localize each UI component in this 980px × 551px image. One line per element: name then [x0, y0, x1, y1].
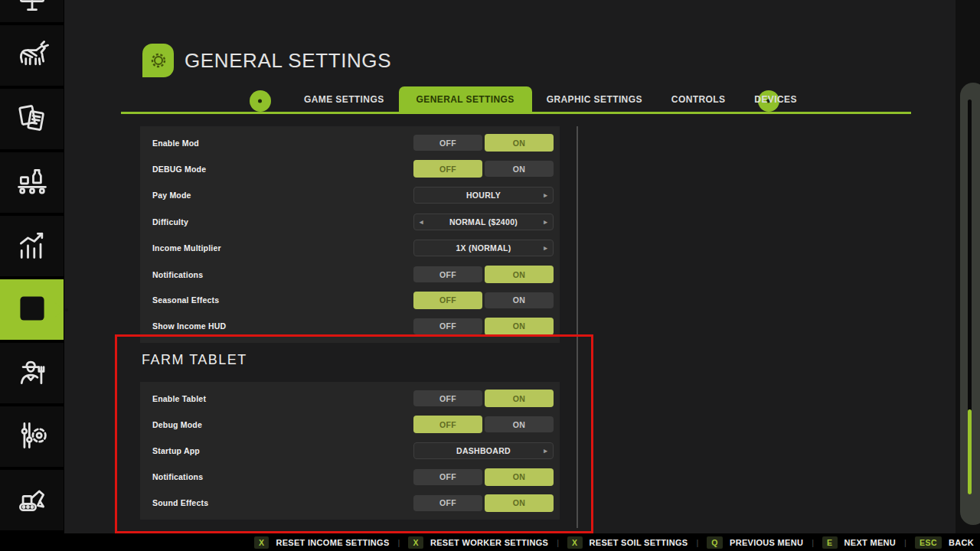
toggle-on-button[interactable]: ON: [485, 134, 554, 152]
footer-action-reset-worker-settings[interactable]: XRESET WORKER SETTINGS: [408, 536, 548, 549]
setting-label: Seasonal Effects: [152, 295, 219, 305]
footer-action-back[interactable]: ESCBACK: [915, 536, 974, 549]
toggle-off-button[interactable]: OFF: [413, 469, 482, 485]
tab-graphic-settings[interactable]: GRAPHIC SETTINGS: [532, 86, 657, 112]
production-icon: [15, 165, 49, 201]
select-value: 1X (NORMAL): [456, 243, 511, 253]
tab-bar: GAME SETTINGSGENERAL SETTINGSGRAPHIC SET…: [289, 86, 812, 112]
tab-general-settings[interactable]: GENERAL SETTINGS: [399, 86, 532, 112]
sidebar-item-farmer[interactable]: [0, 343, 64, 403]
sidebar-item-monitor[interactable]: [0, 0, 64, 22]
select-right-arrow-icon[interactable]: ▸: [544, 218, 547, 226]
tab-devices[interactable]: DEVICES: [740, 86, 811, 112]
toggle-on-button[interactable]: ON: [485, 292, 554, 308]
setting-row-sound-effects: Sound EffectsOFFON: [140, 495, 560, 511]
general-settings-screen: GENERAL SETTINGS GAME SETTINGSGENERAL SE…: [0, 0, 980, 551]
footer-action-label: RESET WORKER SETTINGS: [430, 538, 548, 547]
toggle-debug-mode: OFFON: [413, 161, 554, 177]
footer-action-previous-menu[interactable]: QPREVIOUS MENU: [707, 536, 803, 549]
setting-label: Notifications: [152, 472, 203, 481]
setting-row-notifications: NotificationsOFFON: [140, 266, 560, 282]
section-title-farm-tablet: FARM TABLET: [142, 352, 247, 368]
select-pay-mode[interactable]: HOURLY▸: [413, 187, 554, 204]
select-right-arrow-icon[interactable]: ▸: [544, 191, 547, 199]
sidebar-item-tuning[interactable]: [0, 406, 64, 467]
tab-controls[interactable]: CONTROLS: [657, 86, 740, 112]
content-scrollbar[interactable]: [577, 126, 578, 528]
select-right-arrow-icon[interactable]: ▸: [544, 244, 547, 252]
toggle-off-button[interactable]: OFF: [413, 390, 482, 406]
toggle-off-button[interactable]: OFF: [413, 266, 482, 282]
setting-label: Enable Mod: [152, 139, 199, 148]
toggle-off-button[interactable]: OFF: [413, 160, 482, 178]
select-income-multiplier[interactable]: 1X (NORMAL)▸: [413, 240, 554, 256]
sidebar-item-cow[interactable]: [0, 25, 64, 86]
toggle-sound-effects: OFFON: [413, 495, 554, 511]
setting-row-income-multiplier: Income Multiplier1X (NORMAL)▸: [140, 240, 560, 256]
footer-action-reset-soil-settings[interactable]: XRESET SOIL SETTINGS: [567, 536, 688, 549]
statistics-icon: [15, 228, 49, 265]
key-badge-e: E: [822, 536, 838, 549]
setting-label: Notifications: [152, 270, 203, 279]
select-startup-app[interactable]: DASHBOARD▸: [413, 442, 554, 459]
farmer-icon: [15, 355, 49, 392]
gear-icon: [142, 44, 174, 77]
documents-icon: [15, 101, 49, 138]
active-pointer: [54, 302, 72, 318]
tuning-icon: [15, 419, 49, 455]
toggle-enable-mod: OFFON: [413, 135, 554, 151]
setting-label: Debug Mode: [152, 420, 202, 429]
setting-label: Enable Tablet: [152, 394, 206, 403]
setting-row-show-income-hud: Show Income HUDOFFON: [140, 318, 560, 334]
toggle-off-button[interactable]: OFF: [413, 135, 482, 151]
excavator-icon: [15, 482, 49, 519]
setting-row-enable-mod: Enable ModOFFON: [140, 135, 560, 151]
footer-separator: |: [812, 538, 814, 547]
tab-game-settings[interactable]: GAME SETTINGS: [289, 86, 399, 112]
toggle-on-button[interactable]: ON: [485, 390, 554, 407]
sidebar-item-documents[interactable]: [0, 89, 64, 149]
scroll-thumb[interactable]: [968, 409, 972, 494]
settings-panel-general: Enable ModOFFONDEBUG ModeOFFONPay ModeHO…: [140, 126, 560, 343]
toggle-on-button[interactable]: ON: [485, 416, 554, 432]
toggle-off-button[interactable]: OFF: [413, 292, 482, 309]
footer-action-next-menu[interactable]: ENEXT MENU: [822, 536, 896, 549]
setting-row-debug-mode: Debug ModeOFFON: [140, 416, 560, 432]
setting-label: Income Multiplier: [152, 243, 221, 253]
key-badge-x: X: [254, 536, 270, 549]
toggle-on-button[interactable]: ON: [485, 318, 554, 335]
footer-action-label: PREVIOUS MENU: [730, 538, 803, 547]
select-difficulty[interactable]: NORMAL ($2400)◂▸: [413, 214, 554, 230]
select-left-arrow-icon[interactable]: ◂: [420, 218, 423, 226]
cow-icon: [15, 37, 49, 74]
toggle-off-button[interactable]: OFF: [413, 416, 482, 433]
footer-action-label: RESET INCOME SETTINGS: [276, 538, 389, 547]
toggle-on-button[interactable]: ON: [485, 494, 554, 512]
sidebar: [0, 0, 64, 533]
toggle-show-income-hud: OFFON: [413, 318, 554, 334]
sidebar-item-excavator[interactable]: [0, 470, 64, 530]
footer-action-label: BACK: [949, 538, 974, 547]
monitor-icon: [15, 5, 49, 18]
footer-action-reset-income-settings[interactable]: XRESET INCOME SETTINGS: [254, 536, 390, 549]
select-right-arrow-icon[interactable]: ▸: [544, 447, 547, 455]
setting-label: Pay Mode: [152, 191, 191, 200]
toggle-on-button[interactable]: ON: [485, 468, 554, 486]
sidebar-item-production[interactable]: [0, 152, 64, 213]
setting-label: Sound Effects: [152, 498, 208, 507]
toggle-off-button[interactable]: OFF: [413, 495, 482, 511]
sidebar-item-statistics[interactable]: [0, 216, 64, 276]
toggle-on-button[interactable]: ON: [485, 161, 554, 177]
toggle-seasonal-effects: OFFON: [413, 292, 554, 308]
sidebar-item-tablet[interactable]: [0, 279, 64, 340]
page-title: GENERAL SETTINGS: [185, 49, 391, 73]
toggle-off-button[interactable]: OFF: [413, 318, 482, 334]
toggle-on-button[interactable]: ON: [485, 266, 554, 283]
footer-action-label: RESET SOIL SETTINGS: [590, 538, 688, 547]
toggle-notifications: OFFON: [413, 469, 554, 485]
tab-underline: [121, 112, 911, 114]
setting-row-difficulty: DifficultyNORMAL ($2400)◂▸: [140, 214, 560, 230]
select-value: HOURLY: [466, 191, 501, 200]
settings-panel-farm-tablet: Enable TabletOFFONDebug ModeOFFONStartup…: [140, 382, 560, 520]
prev-arrow-icon[interactable]: [250, 90, 271, 112]
